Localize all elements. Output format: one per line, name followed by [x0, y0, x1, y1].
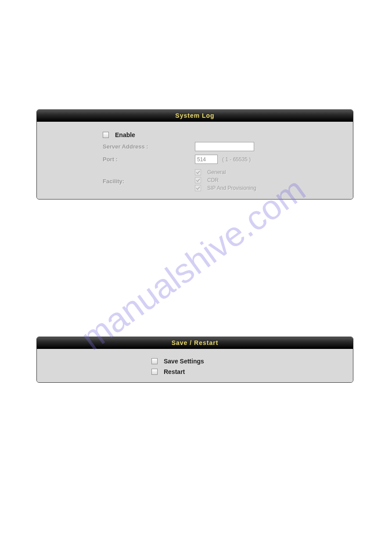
- server-address-input[interactable]: [195, 142, 254, 151]
- facility-sip-label: SIP And Provisioning: [207, 185, 256, 191]
- facility-label: Facility:: [37, 169, 195, 185]
- enable-label: Enable: [115, 131, 135, 138]
- facility-sip-checkbox[interactable]: [195, 185, 201, 191]
- save-restart-body: Save Settings Restart: [37, 349, 353, 382]
- save-settings-checkbox[interactable]: [151, 358, 158, 364]
- facility-general-label: General: [207, 169, 226, 175]
- save-settings-label: Save Settings: [164, 358, 204, 365]
- facility-cdr-checkbox[interactable]: [195, 177, 201, 183]
- enable-checkbox[interactable]: [103, 132, 109, 138]
- port-label: Port :: [37, 156, 195, 163]
- facility-group: General CDR SIP And Provisioning: [195, 169, 256, 191]
- facility-item-sip: SIP And Provisioning: [195, 185, 256, 191]
- facility-general-checkbox[interactable]: [195, 169, 201, 175]
- port-row: Port : ( 1 - 65535 ): [37, 153, 353, 166]
- port-input[interactable]: [195, 155, 218, 164]
- port-hint: ( 1 - 65535 ): [222, 156, 251, 163]
- facility-item-cdr: CDR: [195, 177, 256, 183]
- save-restart-panel: Save / Restart Save Settings Restart: [36, 337, 353, 383]
- check-icon: [196, 178, 200, 182]
- save-settings-row: Save Settings: [37, 356, 353, 366]
- check-icon: [196, 186, 200, 190]
- save-restart-header: Save / Restart: [37, 337, 353, 349]
- server-address-row: Server Address :: [37, 140, 353, 153]
- restart-label: Restart: [164, 368, 185, 375]
- facility-cdr-label: CDR: [207, 177, 219, 183]
- system-log-body: Enable Server Address : Port : ( 1 - 655…: [37, 122, 353, 199]
- enable-row: Enable: [37, 130, 353, 140]
- restart-row: Restart: [37, 366, 353, 377]
- restart-checkbox[interactable]: [151, 369, 158, 375]
- system-log-header: System Log: [37, 110, 353, 122]
- check-icon: [196, 170, 200, 174]
- save-restart-title: Save / Restart: [172, 339, 219, 346]
- facility-item-general: General: [195, 169, 256, 175]
- server-address-label: Server Address :: [37, 143, 195, 150]
- facility-row: Facility: General CDR: [37, 166, 353, 193]
- system-log-title: System Log: [175, 112, 214, 119]
- system-log-panel: System Log Enable Server Address : Port …: [36, 109, 353, 200]
